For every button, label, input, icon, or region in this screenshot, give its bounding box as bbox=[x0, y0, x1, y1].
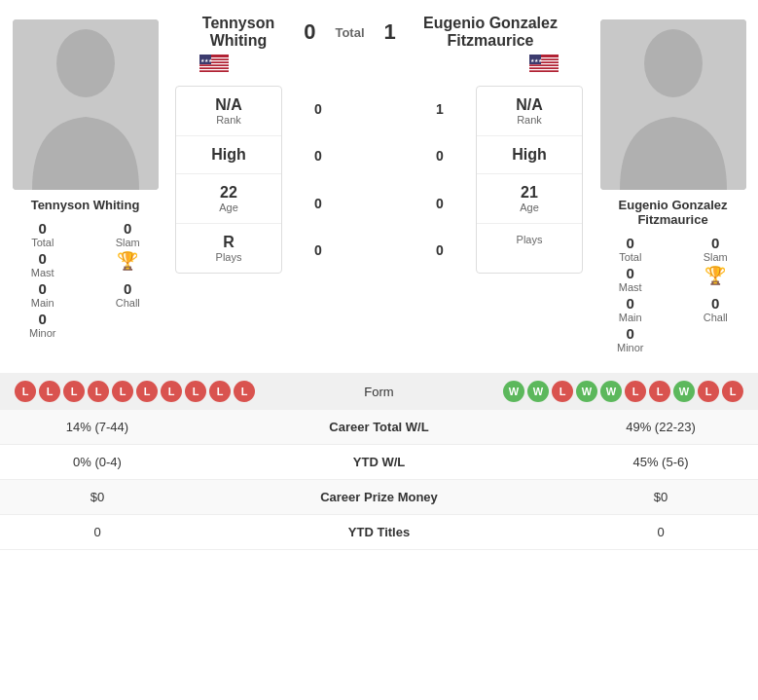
clay-left-score: 0 bbox=[308, 148, 328, 164]
right-form-badge: L bbox=[722, 381, 743, 402]
right-form: WWLWWLLWLL bbox=[423, 381, 744, 402]
stats-row: 0 YTD Titles 0 bbox=[0, 515, 758, 550]
stats-left-1: 0% (0-4) bbox=[0, 445, 195, 480]
left-player-name: Tennyson Whiting bbox=[31, 198, 140, 212]
left-high-cell: High bbox=[176, 136, 281, 174]
right-form-badge: L bbox=[649, 381, 670, 402]
right-plays-cell: Plays bbox=[477, 224, 582, 255]
right-main-stat: 0 Main bbox=[593, 295, 668, 323]
score-center: 0 Total 1 bbox=[304, 19, 396, 45]
right-trophy-icon-container: 🏆 bbox=[678, 265, 754, 293]
right-side-panel: N/A Rank High 21 Age Plays bbox=[476, 86, 583, 274]
stats-row: 14% (7-44) Career Total W/L 49% (22-23) bbox=[0, 410, 758, 445]
total-label: Total bbox=[335, 25, 364, 40]
svg-rect-12 bbox=[199, 69, 229, 71]
right-rank-cell: N/A Rank bbox=[477, 87, 582, 136]
hard-court-row: 0 Hard 1 bbox=[287, 96, 471, 122]
right-player-name: Eugenio Gonzalez Fitzmaurice bbox=[593, 198, 753, 227]
right-minor-stat: 0 Minor bbox=[593, 325, 668, 353]
svg-rect-14 bbox=[199, 72, 229, 74]
form-section: LLLLLLLLLL Form WWLWWLLWLL bbox=[0, 373, 758, 410]
right-player-stats: 0 Total 0 Slam 0 Mast 🏆 0 Main bbox=[593, 235, 753, 353]
indoor-left-score: 0 bbox=[308, 196, 328, 211]
names-score-header: Tennyson Whiting 0 Total 1 Eugenio Gonza… bbox=[170, 10, 588, 55]
left-plays-cell: R Plays bbox=[176, 224, 281, 273]
courts-center: 0 Hard 1 0 Clay 0 0 Indoor 0 bbox=[287, 81, 471, 278]
left-minor-stat: 0 Minor bbox=[5, 311, 81, 339]
stats-label-3: YTD Titles bbox=[195, 515, 563, 550]
stats-left-2: $0 bbox=[0, 480, 195, 515]
left-form-badge: L bbox=[15, 381, 36, 402]
right-trophy-icon: 🏆 bbox=[704, 265, 726, 286]
content-area: N/A Rank High 22 Age R Plays bbox=[170, 81, 588, 278]
svg-text:★★★: ★★★ bbox=[200, 57, 213, 63]
right-age-label: Age bbox=[482, 202, 577, 213]
grass-right-score: 0 bbox=[430, 242, 450, 258]
left-trophy-icon-container: 🏆 bbox=[90, 250, 166, 278]
flags-row: ★★★ bbox=[170, 55, 588, 77]
right-form-badge: W bbox=[503, 381, 524, 402]
grass-badge: Grass bbox=[338, 238, 420, 263]
left-form-badge: L bbox=[88, 381, 109, 402]
left-form-badge: L bbox=[136, 381, 158, 402]
stats-right-2: $0 bbox=[563, 480, 758, 515]
left-player-card: Tennyson Whiting 0 Total 0 Slam 0 Mast 🏆 bbox=[0, 10, 170, 363]
left-form-badge: L bbox=[161, 381, 182, 402]
stats-row: 0% (0-4) YTD W/L 45% (5-6) bbox=[0, 445, 758, 480]
clay-badge: Clay bbox=[338, 143, 420, 168]
right-age-value: 21 bbox=[482, 184, 577, 202]
left-rank-cell: N/A Rank bbox=[176, 87, 281, 136]
left-side-panel: N/A Rank High 22 Age R Plays bbox=[175, 86, 282, 274]
stats-table: 14% (7-44) Career Total W/L 49% (22-23) … bbox=[0, 410, 758, 550]
left-score: 0 bbox=[304, 19, 315, 45]
left-name-header: Tennyson Whiting bbox=[180, 15, 297, 50]
right-player-avatar bbox=[600, 19, 746, 190]
right-form-badge: L bbox=[625, 381, 646, 402]
left-age-label: Age bbox=[181, 202, 276, 213]
top-section: Tennyson Whiting 0 Total 0 Slam 0 Mast 🏆 bbox=[0, 0, 758, 373]
left-flag: ★★★ bbox=[199, 55, 229, 77]
left-high-value: High bbox=[181, 146, 276, 164]
form-label: Form bbox=[341, 385, 418, 399]
right-form-badge: L bbox=[698, 381, 719, 402]
stats-label-1: YTD W/L bbox=[195, 445, 563, 480]
svg-point-33 bbox=[644, 29, 703, 97]
hard-badge: Hard bbox=[338, 96, 420, 122]
left-rank-value: N/A bbox=[181, 96, 276, 114]
right-plays-label: Plays bbox=[482, 234, 577, 245]
right-form-badge: L bbox=[552, 381, 573, 402]
svg-rect-27 bbox=[529, 69, 559, 71]
stats-right-3: 0 bbox=[563, 515, 758, 550]
right-name-header: Eugenio Gonzalez Fitzmaurice bbox=[403, 15, 578, 50]
left-form-badge: L bbox=[234, 381, 255, 402]
left-form-badge: L bbox=[39, 381, 60, 402]
clay-court-row: 0 Clay 0 bbox=[287, 143, 471, 168]
left-total-stat: 0 Total bbox=[5, 220, 81, 248]
stats-label-2: Career Prize Money bbox=[195, 480, 563, 515]
hard-left-score: 0 bbox=[308, 101, 328, 117]
svg-point-1 bbox=[56, 29, 115, 97]
left-slam-stat: 0 Slam bbox=[90, 220, 166, 248]
left-player-stats: 0 Total 0 Slam 0 Mast 🏆 0 Main bbox=[5, 220, 165, 339]
left-age-cell: 22 Age bbox=[176, 174, 281, 224]
stats-label-0: Career Total W/L bbox=[195, 410, 563, 445]
left-mast-stat: 0 Mast bbox=[5, 250, 81, 278]
left-plays-value: R bbox=[181, 234, 276, 251]
right-player-card: Eugenio Gonzalez Fitzmaurice 0 Total 0 S… bbox=[588, 10, 758, 363]
clay-right-score: 0 bbox=[430, 148, 450, 164]
left-player-avatar bbox=[13, 19, 159, 190]
right-total-stat: 0 Total bbox=[593, 235, 668, 263]
hard-right-score: 1 bbox=[430, 101, 450, 117]
left-main-stat: 0 Main bbox=[5, 280, 81, 309]
svg-rect-29 bbox=[529, 72, 559, 74]
left-chall-stat: 0 Chall bbox=[90, 280, 166, 309]
right-score: 1 bbox=[384, 19, 396, 45]
left-rank-label: Rank bbox=[181, 114, 276, 126]
right-age-cell: 21 Age bbox=[477, 174, 582, 224]
grass-left-score: 0 bbox=[308, 242, 328, 258]
main-container: Tennyson Whiting 0 Total 0 Slam 0 Mast 🏆 bbox=[0, 0, 758, 550]
svg-text:★★★: ★★★ bbox=[530, 57, 543, 63]
left-plays-label: Plays bbox=[181, 251, 276, 263]
indoor-court-row: 0 Indoor 0 bbox=[287, 191, 471, 216]
left-form-badge: L bbox=[185, 381, 206, 402]
